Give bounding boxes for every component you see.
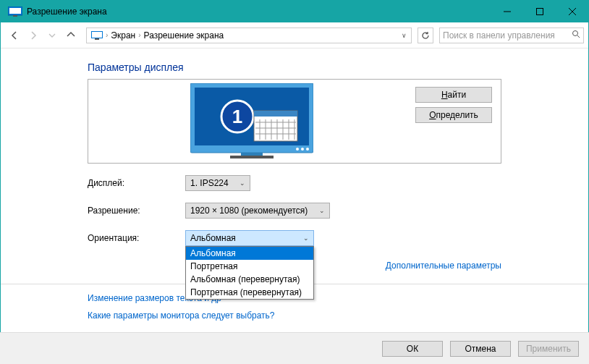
find-button[interactable]: Найти	[415, 87, 492, 103]
search-input[interactable]	[443, 30, 572, 41]
help-link[interactable]: Какие параметры монитора следует выбрать…	[88, 310, 275, 321]
nav-recent-button[interactable]	[43, 26, 62, 45]
monitor-icon	[91, 31, 103, 40]
display-combo[interactable]: 1. IPS224 ⌄	[185, 175, 250, 191]
advanced-link[interactable]: Дополнительные параметры	[386, 261, 501, 271]
nav-back-button[interactable]	[5, 26, 24, 45]
svg-rect-4	[536, 9, 543, 15]
svg-rect-2	[13, 15, 17, 17]
content-pane: Параметры дисплея 1 Найти Определит	[1, 48, 588, 321]
chevron-down-icon: ⌄	[240, 179, 245, 187]
svg-point-30	[301, 148, 304, 151]
chevron-down-icon: ⌄	[303, 234, 309, 242]
orientation-option[interactable]: Портретная	[186, 260, 313, 273]
svg-rect-18	[254, 111, 297, 117]
orientation-label: Ориентация:	[88, 233, 185, 243]
ok-button[interactable]: ОК	[382, 341, 443, 357]
svg-rect-33	[230, 156, 274, 158]
orientation-combo[interactable]: Альбомная ⌄	[185, 230, 314, 246]
breadcrumb-seg-1[interactable]: Экран	[108, 30, 138, 41]
title-bar: Разрешение экрана	[1, 1, 588, 22]
resolution-label: Разрешение:	[88, 206, 185, 216]
svg-rect-1	[9, 8, 21, 14]
chevron-down-icon[interactable]: ∨	[399, 32, 410, 39]
breadcrumb-seg-2[interactable]: Разрешение экрана	[141, 30, 227, 41]
orientation-value: Альбомная	[190, 233, 236, 243]
window-icon	[8, 7, 22, 17]
refresh-button[interactable]	[418, 27, 433, 43]
detect-button[interactable]: Определить	[415, 107, 492, 123]
svg-rect-10	[95, 38, 99, 40]
minimize-button[interactable]	[491, 1, 523, 22]
resolution-combo[interactable]: 1920 × 1080 (рекомендуется) ⌄	[185, 203, 330, 219]
svg-point-29	[296, 148, 299, 151]
svg-line-12	[577, 35, 580, 38]
maximize-button[interactable]	[523, 1, 556, 22]
search-box[interactable]	[439, 27, 584, 43]
display-value: 1. IPS224	[190, 178, 229, 188]
nav-forward-button	[24, 26, 43, 45]
orientation-option[interactable]: Портретная (перевернутая)	[186, 286, 313, 299]
svg-rect-9	[92, 32, 102, 38]
orientation-option[interactable]: Альбомная (перевернутая)	[186, 273, 313, 286]
close-button[interactable]	[556, 1, 588, 22]
page-heading: Параметры дисплея	[88, 62, 501, 73]
address-bar[interactable]: › Экран › Разрешение экрана ∨	[86, 27, 412, 43]
display-label: Дисплей:	[88, 178, 185, 188]
apply-button[interactable]: Применить	[518, 341, 579, 357]
cancel-button[interactable]: Отмена	[450, 341, 511, 357]
nav-up-button[interactable]	[62, 26, 80, 45]
monitor-illustration: 1	[190, 83, 313, 160]
orientation-dropdown: АльбомнаяПортретнаяАльбомная (перевернут…	[185, 246, 314, 300]
svg-text:1: 1	[232, 106, 242, 127]
window-controls	[491, 1, 588, 22]
nav-bar: › Экран › Разрешение экрана ∨	[1, 22, 588, 48]
dialog-footer: ОК Отмена Применить	[0, 332, 589, 364]
monitor-preview[interactable]: 1	[93, 84, 411, 158]
svg-rect-32	[241, 153, 263, 156]
resolution-value: 1920 × 1080 (рекомендуется)	[190, 206, 308, 216]
search-icon[interactable]	[572, 30, 580, 41]
svg-point-31	[306, 148, 309, 151]
svg-point-11	[573, 31, 578, 36]
window-title: Разрешение экрана	[27, 7, 491, 17]
monitor-panel: 1 Найти Определить	[88, 79, 501, 164]
orientation-option[interactable]: Альбомная	[186, 247, 313, 260]
chevron-down-icon: ⌄	[319, 207, 325, 214]
